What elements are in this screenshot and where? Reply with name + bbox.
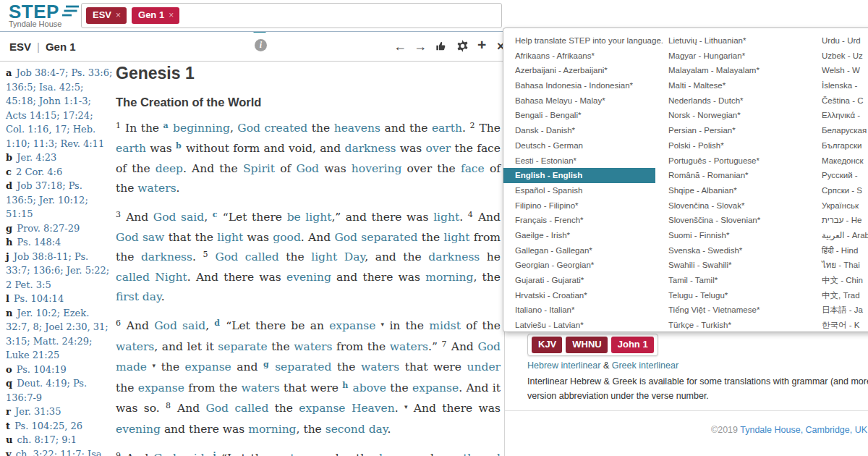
language-option[interactable]: Bahasa Indonesia - Indonesian* (503, 78, 655, 93)
note-references[interactable]: Jer. 31:35 (12, 406, 61, 417)
linked-word[interactable]: God (116, 231, 139, 244)
version-dark-tag[interactable]: KJV (532, 337, 562, 353)
linked-word[interactable]: God (334, 231, 357, 244)
info-icon[interactable]: i (255, 39, 267, 51)
note-references[interactable]: Ps. 104:19 (14, 364, 67, 375)
note-letter[interactable]: n (6, 308, 12, 318)
linked-word[interactable]: light (311, 250, 337, 263)
greek-interlinear-link[interactable]: Greek interlinear (612, 360, 678, 371)
linked-word[interactable]: God (216, 250, 239, 263)
linked-word[interactable]: under (467, 360, 501, 373)
language-option[interactable]: Malayalam - Malayalam* (657, 63, 809, 78)
note-letter[interactable]: q (6, 378, 12, 389)
linked-word[interactable]: expanse (185, 360, 231, 373)
note-letter[interactable]: d (214, 318, 224, 328)
passage-tag[interactable]: John 1 (611, 337, 654, 353)
note-references[interactable]: Jer. 10:2; Ezek. 32:7, 8; Joel 2:30, 31;… (6, 308, 109, 361)
linked-word[interactable]: good (273, 231, 301, 244)
language-option[interactable]: Gujarati - Gujarati* (503, 273, 655, 288)
linked-word[interactable]: heavens (334, 122, 380, 135)
language-option[interactable]: Magyar - Hungarian* (657, 48, 809, 64)
language-option[interactable]: Telugu - Telugu* (657, 288, 809, 303)
linked-word[interactable]: said (182, 319, 205, 332)
language-option[interactable]: Lietuvių - Lithuanian* (657, 33, 809, 48)
language-option[interactable]: English - English (503, 168, 655, 183)
linked-word[interactable]: above (353, 381, 386, 394)
linked-word[interactable]: waters (361, 360, 399, 373)
next-chapter-icon[interactable]: → (414, 38, 427, 54)
language-option[interactable]: Українськ (810, 198, 868, 214)
language-option[interactable]: Suomi - Finnish* (657, 228, 809, 243)
linked-word[interactable]: light (305, 211, 331, 224)
note-letter[interactable]: t (6, 421, 10, 431)
language-option[interactable]: Dansk - Danish* (503, 123, 655, 138)
language-option[interactable]: Filipino - Filipino* (503, 198, 655, 214)
app-logo[interactable]: STEP Tyndale House (9, 2, 79, 28)
language-option[interactable]: Bahasa Melayu - Malay* (503, 93, 655, 109)
linked-word[interactable]: evening (286, 271, 331, 284)
note-letter[interactable]: h (6, 237, 12, 248)
language-option[interactable]: हिंदी - Hind (810, 243, 868, 258)
version-tag[interactable]: ESV× (86, 7, 127, 24)
note-letter[interactable]: h (342, 381, 351, 390)
linked-word[interactable]: beginning (173, 122, 230, 135)
note-references[interactable]: ch. 8:17; 9:1 (14, 434, 77, 445)
linked-word[interactable]: waters (390, 340, 428, 353)
verse-number[interactable]: 1 (116, 121, 124, 130)
linked-word[interactable]: expanse (412, 381, 459, 394)
linked-word[interactable]: called (234, 402, 268, 415)
linked-word[interactable]: waters (241, 381, 279, 394)
language-option[interactable]: Français - French* (503, 213, 655, 228)
language-option[interactable]: Eesti - Estonian* (503, 153, 655, 169)
linked-word[interactable]: God (154, 319, 177, 332)
language-option[interactable]: Svenska - Swedish* (657, 243, 809, 258)
language-option[interactable]: Deutsch - German (503, 138, 655, 153)
passage-tag[interactable]: Gen 1× (132, 7, 179, 24)
right-panel-tags[interactable]: KJVWHNUJohn 1 (527, 334, 658, 356)
linked-word[interactable]: expanse (329, 319, 375, 332)
passage-reference[interactable]: ESV|Gen 1 (9, 41, 76, 53)
verse-number[interactable]: 9 (116, 451, 124, 456)
language-option[interactable]: Hrvatski - Croatian* (503, 288, 655, 303)
language-option[interactable]: 中文, Trad (810, 288, 868, 303)
language-option[interactable]: Tiếng Việt - Vietnamese* (657, 303, 809, 318)
note-letter[interactable]: c (213, 210, 221, 219)
linked-word[interactable]: light (433, 211, 459, 224)
linked-word[interactable]: God (153, 452, 176, 456)
verse-number[interactable]: 6 (116, 318, 125, 328)
verse-number[interactable]: 7 (442, 339, 450, 349)
linked-word[interactable]: darkness (345, 142, 396, 155)
linked-word[interactable]: morning (248, 423, 296, 436)
linked-word[interactable]: separate (218, 340, 267, 353)
linked-word[interactable]: waters (274, 452, 312, 456)
add-panel-icon[interactable]: + (477, 37, 486, 53)
language-option[interactable]: Português - Portuguese* (657, 153, 809, 169)
language-option[interactable]: Shqipe - Albanian* (657, 183, 809, 198)
linked-word[interactable]: God (205, 402, 229, 415)
language-option[interactable]: 한국어 - K (810, 318, 868, 333)
language-option[interactable]: 日本語 - Ja (810, 303, 868, 318)
linked-word[interactable]: earth (116, 142, 146, 155)
note-letter[interactable]: l (6, 293, 9, 304)
linked-word[interactable]: called (116, 271, 150, 284)
language-option[interactable]: Georgian - Georgian* (503, 258, 655, 273)
note-letter[interactable]: b (6, 152, 12, 163)
verse-number[interactable]: 3 (116, 210, 124, 219)
verse-number[interactable]: 8 (166, 401, 176, 410)
note-letter[interactable]: j (213, 451, 220, 456)
note-letter[interactable]: g (6, 223, 12, 234)
language-option[interactable]: ไทย - Thai (810, 258, 868, 273)
note-letter[interactable]: v (6, 449, 12, 456)
linked-word[interactable]: God (296, 162, 319, 175)
language-option[interactable]: Română - Romanian* (657, 168, 809, 183)
linked-word[interactable]: darkness (428, 250, 480, 263)
note-references[interactable]: Prov. 8:27-29 (14, 223, 80, 234)
language-option[interactable]: Polski - Polish* (657, 138, 809, 153)
version-dark-tag[interactable]: WHNU (566, 337, 607, 353)
translate-help-link[interactable]: Help translate STEP into your language. (503, 33, 655, 48)
linked-word[interactable]: called (245, 250, 279, 263)
language-option[interactable]: Български (810, 138, 868, 153)
language-option[interactable]: Norsk - Norwegian* (657, 108, 809, 123)
linked-word[interactable]: evening (116, 423, 161, 436)
close-icon[interactable]: × (116, 9, 121, 21)
